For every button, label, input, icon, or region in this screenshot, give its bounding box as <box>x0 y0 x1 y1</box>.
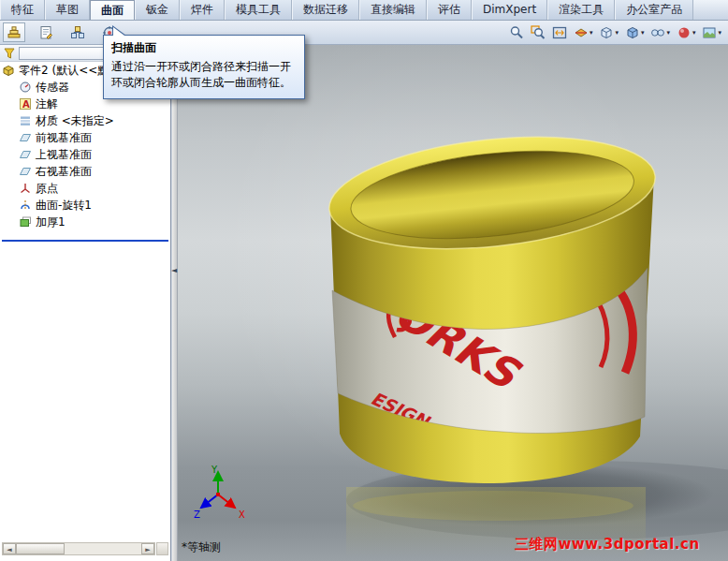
scroll-left-button[interactable]: ◄ <box>3 543 16 554</box>
magnifier-fit-icon <box>552 25 567 40</box>
sensors-icon <box>19 81 32 94</box>
view-orientation-label: *等轴测 <box>182 539 221 555</box>
propertymanager-icon <box>38 25 53 40</box>
plane-icon <box>19 131 32 144</box>
dropdown-caret-icon: ▾ <box>615 29 619 37</box>
graphics-viewport[interactable]: ORKS ESIGN Y <box>178 45 728 561</box>
dropdown-caret-icon: ▾ <box>692 29 696 37</box>
magnifier-area-icon <box>531 25 546 40</box>
propertymanager-tab[interactable] <box>35 22 57 42</box>
tooltip-body: 通过沿一开环或闭合路径来扫描一开环或闭合轮廓从而生成一曲面特征。 <box>111 59 297 92</box>
x-axis <box>218 495 235 508</box>
scroll-thumb[interactable] <box>16 543 65 554</box>
tab-direct-editing[interactable]: 直接编辑 <box>359 0 427 20</box>
svg-text:A: A <box>22 99 30 110</box>
tooltip-title: 扫描曲面 <box>111 40 297 56</box>
view-orientation-button[interactable]: ▾ <box>597 22 620 42</box>
zoom-to-fit-button[interactable] <box>550 22 569 42</box>
dropdown-caret-icon: ▾ <box>666 29 670 37</box>
tree-item-origin[interactable]: 原点 <box>0 180 170 197</box>
annotations-icon: A <box>19 97 32 111</box>
apply-scene-button[interactable]: ▾ <box>700 22 723 42</box>
tab-sketch[interactable]: 草图 <box>45 0 90 20</box>
magnifier-icon <box>509 25 524 40</box>
tab-surfaces[interactable]: 曲面 <box>90 0 135 20</box>
section-view-button[interactable]: ▾ <box>572 22 595 42</box>
origin-icon <box>19 182 32 195</box>
tree-item-label: 注解 <box>36 96 58 112</box>
dropdown-caret-icon: ▾ <box>718 29 721 37</box>
zoom-in-out-button[interactable] <box>507 22 526 42</box>
tab-evaluate[interactable]: 评估 <box>427 0 472 20</box>
tree-item-label: 加厚1 <box>36 214 66 230</box>
scene-icon <box>702 25 717 40</box>
scroll-corner <box>156 542 168 555</box>
rollback-bar[interactable] <box>2 240 168 242</box>
tree-item-surface-revolve1[interactable]: 曲面-旋转1 <box>0 197 170 214</box>
tree-item-right-plane[interactable]: 右视基准面 <box>0 163 170 180</box>
part-icon <box>2 64 15 77</box>
tab-render-tools[interactable]: 渲染工具 <box>547 0 615 20</box>
dropdown-caret-icon: ▾ <box>641 29 645 37</box>
surface-revolve-icon <box>19 199 32 212</box>
material-icon <box>19 114 32 127</box>
orientation-triad: Y X Z <box>193 463 249 526</box>
tree-item-material[interactable]: 材质 <未指定> <box>0 112 170 129</box>
y-axis-label: Y <box>211 465 218 475</box>
orientation-icon <box>599 25 614 40</box>
z-axis <box>201 495 218 508</box>
featuremanager-icon <box>7 25 22 40</box>
configurationmanager-tab[interactable] <box>66 22 89 42</box>
section-icon <box>574 25 589 40</box>
tree-item-label: 上视基准面 <box>36 147 92 163</box>
tab-dimxpert[interactable]: DimXpert <box>472 0 547 20</box>
tree-item-label: 传感器 <box>36 80 69 96</box>
tree-item-label: 右视基准面 <box>36 164 92 180</box>
hide-show-items-button[interactable]: ▾ <box>648 22 672 42</box>
collapse-panel-icon[interactable]: ◄ <box>171 266 177 274</box>
tab-features[interactable]: 特征 <box>0 0 45 20</box>
plane-icon <box>19 165 32 178</box>
model-3d-mug[interactable]: ORKS ESIGN <box>178 45 728 561</box>
appearance-icon <box>677 25 692 40</box>
tab-office-products[interactable]: 办公室产品 <box>615 0 693 20</box>
filter-funnel-icon[interactable] <box>3 47 16 60</box>
triad-origin <box>216 493 220 496</box>
tree-item-label: 前视基准面 <box>36 130 92 146</box>
solidworks-window: 特征草图曲面钣金焊件模具工具数据迁移直接编辑评估DimXpert渲染工具办公室产… <box>0 0 728 561</box>
tooltip-swept-surface: 扫描曲面 通过沿一开环或闭合路径来扫描一开环或闭合轮廓从而生成一曲面特征。 <box>103 35 305 99</box>
tree-item-front-plane[interactable]: 前视基准面 <box>0 129 170 146</box>
tab-sheet-metal[interactable]: 钣金 <box>135 0 180 20</box>
scroll-right-button[interactable]: ► <box>141 543 154 554</box>
plane-icon <box>19 148 32 161</box>
edit-appearance-button[interactable]: ▾ <box>675 22 698 42</box>
tree-item-label: 材质 <未指定> <box>36 113 114 129</box>
tab-data-migration[interactable]: 数据迁移 <box>292 0 359 20</box>
panel-horizontal-scrollbar[interactable]: ◄ ► <box>2 542 155 555</box>
z-axis-label: Z <box>194 509 200 520</box>
tree-item-top-plane[interactable]: 上视基准面 <box>0 146 170 163</box>
view-toolbar: ▾▾▾▾▾▾ <box>507 22 723 42</box>
tab-mold-tools[interactable]: 模具工具 <box>225 0 292 20</box>
watermark-text: 三维网www.3dportal.cn <box>515 536 700 554</box>
zoom-to-area-button[interactable] <box>529 22 547 42</box>
scroll-track[interactable] <box>65 543 141 554</box>
tree-item-label: 曲面-旋转1 <box>36 198 92 214</box>
tree-item-label: 原点 <box>36 181 58 197</box>
dropdown-caret-icon: ▾ <box>590 29 593 37</box>
featuremanager-tab[interactable] <box>3 22 25 42</box>
ribbon-tabs: 特征草图曲面钣金焊件模具工具数据迁移直接编辑评估DimXpert渲染工具办公室产… <box>0 0 728 21</box>
display-style-button[interactable]: ▾ <box>623 22 647 42</box>
tab-weldments[interactable]: 焊件 <box>180 0 225 20</box>
configurationmanager-icon <box>70 25 85 40</box>
hide-show-icon <box>650 25 665 40</box>
feature-manager-panel: ▾ 零件2 (默认<<默认>_显示状态 传感器A注解材质 <未指定>前视基准面上… <box>0 45 171 561</box>
tree-item-thicken1[interactable]: 加厚1 <box>0 214 170 230</box>
x-axis-label: X <box>239 509 245 520</box>
feature-tree: 传感器A注解材质 <未指定>前视基准面上视基准面右视基准面原点曲面-旋转1加厚1 <box>0 79 170 230</box>
thicken-icon <box>19 215 32 229</box>
display-style-icon <box>625 25 640 40</box>
